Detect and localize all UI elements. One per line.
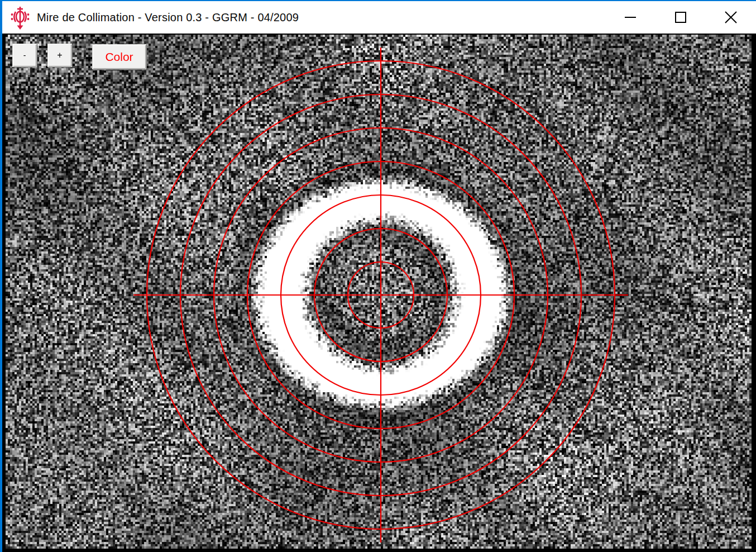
app-window: Mire de Collimation - Version 0.3 - GGRM… <box>0 0 756 552</box>
close-button[interactable] <box>706 1 756 34</box>
maximize-icon <box>674 11 687 23</box>
window-accent-left-border <box>0 0 2 552</box>
collimation-image-canvas[interactable] <box>6 35 752 549</box>
maximize-button[interactable] <box>655 1 706 34</box>
collimation-crosshair-icon <box>8 4 32 30</box>
minimize-icon <box>624 11 637 23</box>
close-icon <box>724 11 738 24</box>
zoom-in-button[interactable]: + <box>47 44 72 67</box>
minimize-button[interactable] <box>605 1 655 34</box>
title-bar: Mire de Collimation - Version 0.3 - GGRM… <box>2 1 756 34</box>
window-controls <box>605 1 756 34</box>
image-view-area <box>2 34 756 552</box>
color-button[interactable]: Color <box>92 44 146 69</box>
window-title: Mire de Collimation - Version 0.3 - GGRM… <box>37 11 299 24</box>
zoom-out-button[interactable]: - <box>12 44 37 67</box>
